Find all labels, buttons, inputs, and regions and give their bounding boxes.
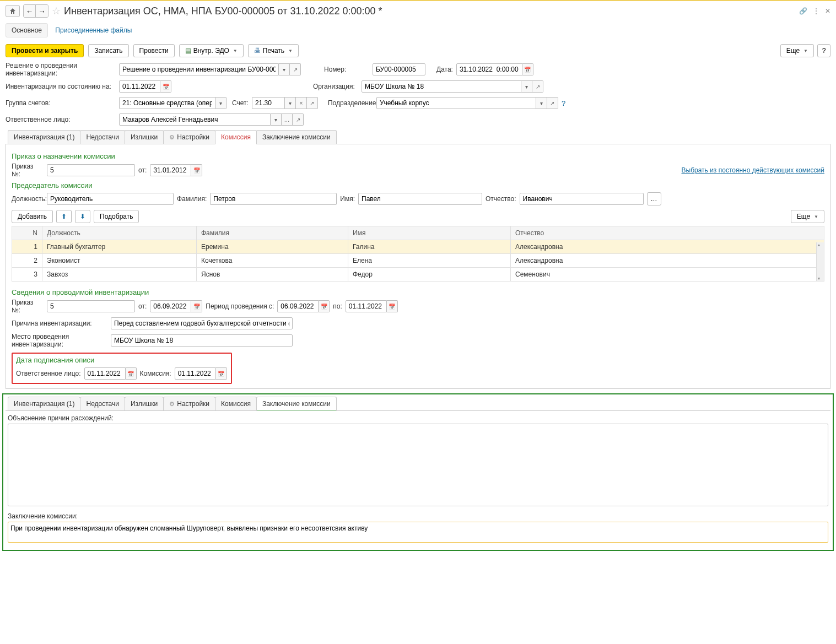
col-patronymic: Отчество bbox=[511, 226, 824, 240]
asof-input[interactable] bbox=[119, 80, 160, 93]
sign-comm-input[interactable] bbox=[175, 367, 216, 380]
calendar-icon[interactable]: 📅 bbox=[126, 367, 137, 380]
save-button[interactable]: Записать bbox=[88, 44, 128, 57]
date-input[interactable] bbox=[456, 63, 522, 75]
calendar-icon[interactable]: 📅 bbox=[216, 367, 227, 380]
open-icon[interactable]: ↗ bbox=[293, 113, 304, 126]
calendar-icon[interactable]: 📅 bbox=[522, 63, 533, 75]
info-title: Сведения о проводимой инвентаризации bbox=[12, 288, 824, 296]
sign-resp-input[interactable] bbox=[84, 367, 126, 380]
from-label: от: bbox=[138, 166, 147, 174]
tab2-shortage[interactable]: Недостачи bbox=[80, 397, 125, 410]
dropdown-icon[interactable]: ▾ bbox=[215, 97, 226, 109]
top-tab-main[interactable]: Основное bbox=[6, 23, 48, 37]
surname-input[interactable] bbox=[210, 193, 337, 205]
period-to-input[interactable] bbox=[346, 300, 387, 312]
tab-conclusion[interactable]: Заключение комиссии bbox=[256, 130, 337, 144]
menu-dots-icon[interactable]: ⋮ bbox=[813, 7, 819, 15]
dropdown-icon[interactable]: ▾ bbox=[271, 113, 282, 126]
move-up-button[interactable]: ⬆ bbox=[56, 210, 72, 223]
table-scrollbar[interactable] bbox=[816, 242, 824, 281]
tab2-settings[interactable]: ⚙Настройки bbox=[163, 397, 215, 410]
ellipsis-button[interactable]: … bbox=[647, 192, 661, 205]
tab2-commission[interactable]: Комиссия bbox=[215, 397, 257, 410]
org-input[interactable] bbox=[362, 80, 521, 93]
number-input[interactable] bbox=[373, 63, 425, 75]
top-tab-files[interactable]: Присоединенные файлы bbox=[50, 24, 137, 37]
period-from-input[interactable] bbox=[277, 300, 319, 312]
tab-shortage[interactable]: Недостачи bbox=[80, 130, 125, 144]
back-button[interactable]: ← bbox=[24, 5, 36, 17]
ellipsis-icon[interactable]: … bbox=[282, 113, 293, 126]
order-no-input[interactable] bbox=[47, 164, 135, 176]
pick-button[interactable]: Подобрать bbox=[94, 210, 139, 223]
help-button[interactable]: ? bbox=[817, 44, 830, 57]
link-icon[interactable]: 🔗 bbox=[799, 7, 807, 15]
edo-button[interactable]: ▤Внутр. ЭДО▼ bbox=[179, 44, 244, 57]
discrepancy-textarea[interactable] bbox=[8, 424, 828, 506]
reason-input[interactable] bbox=[111, 317, 293, 329]
commission-table[interactable]: N Должность Фамилия Имя Отчество 1Главны… bbox=[12, 226, 824, 282]
open-icon[interactable]: ↗ bbox=[547, 97, 558, 109]
clear-icon[interactable]: × bbox=[296, 97, 307, 109]
add-button[interactable]: Добавить bbox=[12, 210, 53, 223]
calendar-icon[interactable]: 📅 bbox=[160, 80, 171, 93]
patronymic-input[interactable] bbox=[520, 193, 644, 205]
table-row[interactable]: 1Главный бухгалтерЕреминаГалинаАлександр… bbox=[12, 240, 824, 254]
forward-button[interactable]: → bbox=[36, 5, 48, 17]
open-icon[interactable]: ↗ bbox=[532, 80, 543, 93]
tab-settings[interactable]: ⚙Настройки bbox=[163, 130, 215, 144]
calendar-icon[interactable]: 📅 bbox=[191, 300, 202, 312]
account-label: Счет: bbox=[232, 99, 249, 107]
dropdown-icon[interactable]: ▾ bbox=[279, 63, 290, 75]
table-row[interactable]: 3ЗавхозЯсновФедорСеменович bbox=[12, 268, 824, 282]
period-to-label: по: bbox=[333, 302, 342, 310]
open-icon[interactable]: ↗ bbox=[290, 63, 301, 75]
dropdown-icon[interactable]: ▾ bbox=[521, 80, 532, 93]
position-label: Должность: bbox=[12, 195, 44, 203]
tab2-surplus[interactable]: Излишки bbox=[125, 397, 164, 410]
calendar-icon[interactable]: 📅 bbox=[319, 300, 330, 312]
table-more-button[interactable]: Еще▼ bbox=[791, 210, 824, 223]
tab-surplus[interactable]: Излишки bbox=[125, 130, 164, 144]
close-icon[interactable]: ✕ bbox=[825, 7, 830, 15]
tab2-conclusion[interactable]: Заключение комиссии bbox=[256, 397, 337, 410]
print-button[interactable]: 🖶Печать▼ bbox=[248, 44, 299, 57]
position-input[interactable] bbox=[47, 193, 174, 205]
resp-input[interactable] bbox=[119, 113, 271, 126]
info-from-input[interactable] bbox=[150, 300, 191, 312]
open-icon[interactable]: ↗ bbox=[307, 97, 318, 109]
home-button[interactable] bbox=[6, 5, 20, 17]
tab-inventory[interactable]: Инвентаризация (1) bbox=[8, 130, 80, 144]
place-input[interactable] bbox=[111, 334, 293, 347]
order-title: Приказ о назначении комиссии bbox=[12, 152, 824, 160]
discrepancy-label: Объяснение причин расхождений: bbox=[8, 414, 828, 422]
select-permanent-link[interactable]: Выбрать из постоянно действующих комисси… bbox=[682, 166, 825, 174]
dept-input[interactable] bbox=[376, 97, 536, 109]
conclusion-textarea[interactable] bbox=[8, 522, 828, 543]
calendar-icon[interactable]: 📅 bbox=[387, 300, 398, 312]
dropdown-icon[interactable]: ▾ bbox=[536, 97, 547, 109]
info-from-label: от: bbox=[138, 302, 147, 310]
group-input[interactable] bbox=[119, 97, 215, 109]
calendar-icon[interactable]: 📅 bbox=[191, 164, 202, 176]
more-button[interactable]: Еще▼ bbox=[780, 44, 814, 57]
post-and-close-button[interactable]: Провести и закрыть bbox=[6, 44, 84, 57]
name-input[interactable] bbox=[358, 193, 482, 205]
help-icon[interactable]: ? bbox=[562, 99, 565, 107]
tab2-inventory[interactable]: Инвентаризация (1) bbox=[8, 397, 80, 410]
dropdown-icon[interactable]: ▾ bbox=[285, 97, 296, 109]
post-button[interactable]: Провести bbox=[133, 44, 175, 57]
decision-input[interactable] bbox=[119, 63, 279, 75]
move-down-button[interactable]: ⬇ bbox=[75, 210, 90, 223]
favorite-star-icon[interactable]: ☆ bbox=[52, 5, 61, 17]
page-title: Инвентаризация ОС, НМА, НПА БУ00-000005 … bbox=[64, 6, 796, 17]
org-label: Организация: bbox=[313, 83, 358, 90]
document-icon: ▤ bbox=[185, 47, 191, 55]
account-input[interactable] bbox=[252, 97, 285, 109]
tab-commission[interactable]: Комиссия bbox=[215, 130, 257, 144]
info-order-no-input[interactable] bbox=[47, 300, 135, 312]
table-row[interactable]: 2ЭкономистКочетковаЕленаАлександровна bbox=[12, 254, 824, 268]
order-date-input[interactable] bbox=[150, 164, 191, 176]
nav-back-forward[interactable]: ← → bbox=[23, 4, 48, 18]
